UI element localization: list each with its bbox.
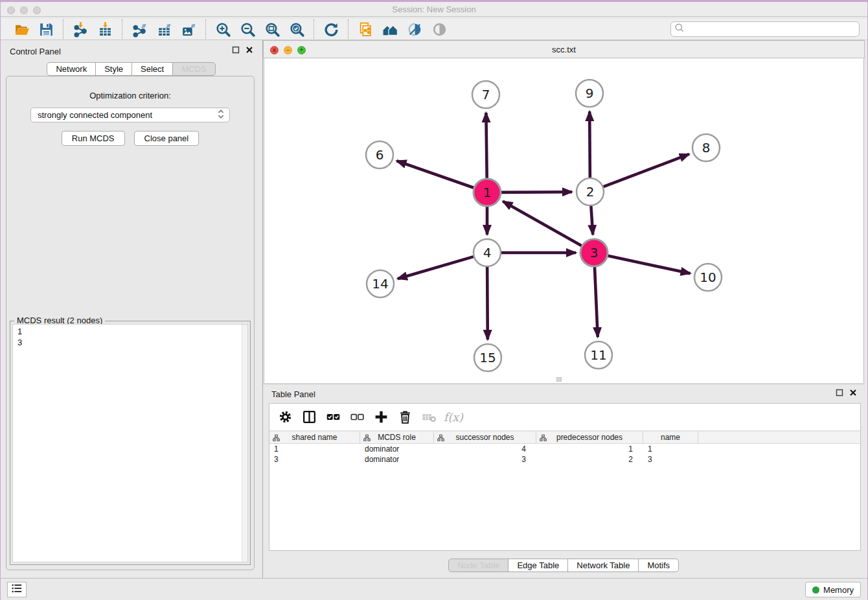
search-input[interactable]: [685, 25, 859, 34]
table-cell[interactable]: dominator: [360, 444, 434, 454]
import-network-icon: [73, 21, 89, 38]
column-header-name[interactable]: name: [643, 432, 698, 443]
zoom-selected-button[interactable]: [284, 20, 309, 38]
add-column-button[interactable]: [371, 408, 392, 427]
optimization-criterion-label: Optimization criterion:: [6, 91, 254, 100]
tab-select[interactable]: Select: [131, 62, 173, 76]
node-label-8: 8: [702, 140, 711, 156]
node-label-9: 9: [586, 86, 594, 101]
application-window: Session: New Session Control Panel Netwo…: [0, 0, 868, 600]
table-cell[interactable]: 2: [536, 454, 643, 465]
node-label-2: 2: [586, 184, 595, 200]
export-image-button[interactable]: [176, 20, 201, 38]
table-cell[interactable]: 1: [269, 444, 360, 454]
share-network-document-button[interactable]: [353, 20, 378, 38]
edge-1-2[interactable]: [501, 192, 572, 192]
toggle-details-button[interactable]: [427, 20, 451, 38]
edge-2-9[interactable]: [589, 111, 590, 178]
network-canvas[interactable]: 1234678910111415: [264, 58, 864, 383]
optimization-criterion-select[interactable]: strongly connected component: [30, 108, 230, 122]
tab-network[interactable]: Network: [47, 62, 96, 76]
split-panel-button[interactable]: [299, 408, 320, 427]
edge-3-1[interactable]: [503, 202, 581, 246]
search-box[interactable]: [670, 21, 860, 37]
close-table-panel-icon[interactable]: [849, 389, 857, 397]
memory-button[interactable]: Memory: [805, 582, 861, 597]
home-button[interactable]: [378, 20, 402, 38]
control-panel: Control Panel NetworkStyleSelectMCDS Opt…: [1, 40, 263, 578]
tab-edge-table[interactable]: Edge Table: [508, 559, 568, 572]
open-file-button[interactable]: [9, 20, 34, 38]
table-cell[interactable]: 1: [643, 444, 698, 454]
main-toolbar: [1, 19, 867, 40]
tab-motifs[interactable]: Motifs: [638, 559, 679, 572]
tab-mcds[interactable]: MCDS: [172, 62, 215, 76]
column-header-successor-nodes[interactable]: successor nodes: [434, 432, 536, 443]
save-session-button[interactable]: [34, 20, 58, 38]
edge-4-15[interactable]: [487, 267, 488, 340]
list-icon: [10, 583, 23, 597]
tab-node-table[interactable]: Node Table: [448, 559, 509, 572]
zoom-fit-button[interactable]: [260, 20, 284, 38]
table-cell[interactable]: 3: [643, 454, 698, 465]
column-header-MCDS-role[interactable]: MCDS role: [360, 432, 434, 443]
edge-1-7[interactable]: [486, 113, 486, 178]
status-bar: Memory: [1, 578, 867, 600]
run-mcds-button[interactable]: Run MCDS: [62, 131, 125, 146]
import-table-button[interactable]: [93, 20, 117, 38]
column-header-shared-name[interactable]: shared name: [269, 432, 360, 443]
table-cell[interactable]: 3: [434, 454, 536, 465]
select-stepper-icon: [216, 108, 225, 122]
table-header-row: shared nameMCDS rolesuccessor nodesprede…: [269, 431, 860, 444]
refresh-view-button[interactable]: [319, 20, 343, 38]
import-network-button[interactable]: [68, 20, 93, 38]
toolbar-group: [205, 19, 314, 39]
table-row[interactable]: 3dominator323: [269, 454, 860, 465]
float-table-panel-icon[interactable]: [836, 389, 843, 397]
window-title: Session: New Session: [1, 5, 867, 14]
float-panel-icon[interactable]: [232, 46, 240, 54]
close-panel-icon[interactable]: [246, 46, 253, 54]
result-scrollbar[interactable]: [242, 325, 247, 562]
table-row[interactable]: 1dominator411: [269, 444, 860, 454]
task-history-button[interactable]: [7, 582, 27, 597]
table-panel: Table Panel f(x) shared nameMCDS rolesuc…: [263, 384, 865, 578]
open-file-icon: [14, 21, 30, 38]
table-cell[interactable]: dominator: [360, 454, 434, 465]
table-cell[interactable]: 1: [536, 444, 643, 454]
edge-4-14[interactable]: [398, 257, 474, 279]
tab-network-table[interactable]: Network Table: [567, 559, 639, 572]
function-builder-button: f(x): [442, 408, 464, 427]
network-window-title: scc.txt: [264, 45, 864, 54]
node-label-10: 10: [700, 270, 716, 285]
export-table-button[interactable]: [152, 20, 176, 38]
column-header-predecessor-nodes[interactable]: predecessor nodes: [536, 432, 643, 443]
network-view-window: x – + scc.txt 1234678910111415: [263, 40, 865, 384]
import-table-icon: [97, 21, 113, 38]
close-panel-button[interactable]: Close panel: [134, 131, 200, 146]
mcds-result-area[interactable]: 1 3: [12, 324, 248, 562]
edge-2-3[interactable]: [591, 206, 593, 235]
visual-style-preview-button[interactable]: [402, 20, 427, 38]
deselect-all-button[interactable]: [347, 408, 368, 427]
edge-1-6[interactable]: [396, 161, 474, 188]
select-all-button[interactable]: [323, 408, 344, 427]
table-cell[interactable]: 3: [269, 454, 360, 465]
table-cell[interactable]: 4: [434, 444, 536, 454]
toolbar-group: [314, 19, 348, 39]
network-graph[interactable]: 1234678910111415: [264, 58, 865, 383]
mcds-result-group: MCDS result (2 nodes) 1 3: [10, 321, 251, 565]
zoom-in-icon: [215, 21, 231, 38]
edge-3-11[interactable]: [595, 267, 598, 337]
table-settings-button[interactable]: [275, 408, 296, 427]
export-network-button[interactable]: [127, 20, 152, 38]
zoom-out-button[interactable]: [235, 20, 260, 38]
edge-3-10[interactable]: [608, 256, 691, 273]
edge-2-8[interactable]: [604, 154, 689, 187]
tab-style[interactable]: Style: [95, 62, 132, 76]
delete-column-button[interactable]: [394, 408, 416, 427]
search-icon: [674, 23, 685, 36]
network-window-titlebar[interactable]: x – + scc.txt: [263, 40, 865, 58]
canvas-scroll-handle[interactable]: [556, 377, 562, 382]
zoom-in-button[interactable]: [211, 20, 235, 38]
